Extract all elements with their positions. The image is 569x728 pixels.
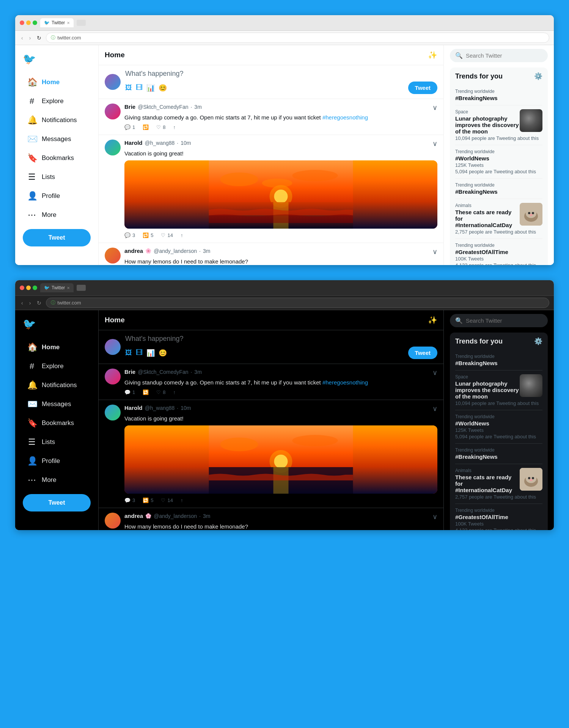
- tab-close-dark[interactable]: ✕: [67, 286, 70, 290]
- back-button-light[interactable]: ‹: [20, 34, 25, 42]
- sidebar-item-home-light[interactable]: 🏠 Home: [23, 74, 91, 91]
- tweet-menu-harold-light[interactable]: ∨: [432, 140, 437, 148]
- sparkle-icon-light[interactable]: ✨: [428, 50, 437, 60]
- compose-placeholder-light[interactable]: What's happening?: [125, 70, 437, 78]
- share-brie-dark[interactable]: ↑: [173, 389, 176, 395]
- sidebar-item-profile-dark[interactable]: 👤 Profile: [23, 452, 91, 470]
- sidebar-item-messages-dark[interactable]: ✉️ Messages: [23, 395, 91, 413]
- twitter-logo-dark[interactable]: 🐦: [23, 314, 91, 334]
- trend-breaking-2-dark[interactable]: Trending worldwide #BreakingNews: [455, 444, 542, 464]
- sidebar-item-lists-light[interactable]: ☰ Lists: [23, 168, 91, 186]
- like-brie-light[interactable]: ♡ 8: [156, 124, 165, 130]
- trend-goat-light[interactable]: Trending worldwide #GreatestOfAllTime 10…: [455, 239, 542, 265]
- tweet-button-light[interactable]: Tweet: [23, 229, 91, 246]
- search-input-light[interactable]: [466, 52, 542, 59]
- twitter-logo-light[interactable]: 🐦: [23, 49, 91, 69]
- refresh-button-light[interactable]: ↻: [35, 34, 43, 42]
- compose-placeholder-dark[interactable]: What's happening?: [125, 335, 437, 343]
- trend-world-news-light[interactable]: Trending worldwide #WorldNews 125K Tweet…: [455, 145, 542, 179]
- new-tab-dark[interactable]: [77, 285, 86, 291]
- back-button-dark[interactable]: ‹: [20, 299, 25, 307]
- like-harold-dark[interactable]: ♡ 14: [161, 497, 173, 503]
- retweet-brie-dark[interactable]: 🔁: [143, 389, 149, 395]
- trend-world-dark[interactable]: Trending worldwide #WorldNews 125K Tweet…: [455, 410, 542, 444]
- new-tab-light[interactable]: [77, 20, 86, 26]
- search-bar-dark[interactable]: 🔍: [450, 314, 548, 327]
- settings-icon-light[interactable]: ⚙️: [534, 72, 542, 80]
- poll-icon-dark[interactable]: 📊: [146, 349, 155, 357]
- tweet-menu-brie-light[interactable]: ∨: [432, 104, 437, 112]
- tweet-menu-andrea-light[interactable]: ∨: [432, 248, 437, 256]
- share-harold-dark[interactable]: ↑: [181, 497, 183, 503]
- tweet-text-andrea-dark: How many lemons do I need to make lemona…: [124, 522, 437, 530]
- reply-brie-light[interactable]: 💬 1: [124, 124, 135, 130]
- maximize-button-dark[interactable]: [33, 286, 37, 290]
- share-harold-light[interactable]: ↑: [181, 232, 183, 238]
- tweet-submit-button-dark[interactable]: Tweet: [408, 347, 437, 359]
- sidebar-item-more-dark[interactable]: ⋯ More: [23, 471, 91, 489]
- tweet-header-brie-light: Brie @Sktch_ComedyFan · 3m ∨: [124, 104, 437, 112]
- sidebar-item-more-light[interactable]: ⋯ More: [23, 206, 91, 224]
- retweet-brie-light[interactable]: 🔁: [143, 124, 149, 130]
- tweet-submit-button-light[interactable]: Tweet: [408, 82, 437, 94]
- trend-cats-dark[interactable]: Animals These cats are ready for #Intern…: [455, 464, 542, 504]
- reply-brie-dark[interactable]: 💬 1: [124, 389, 135, 395]
- browser-tab-dark[interactable]: 🐦 Twitter ✕: [40, 283, 74, 292]
- like-harold-light[interactable]: ♡ 14: [161, 232, 173, 238]
- sidebar-item-messages-light[interactable]: ✉️ Messages: [23, 130, 91, 148]
- trend-breaking-news-1-light[interactable]: Trending worldwide #BreakingNews: [455, 85, 542, 105]
- sidebar-item-notifications-light[interactable]: 🔔 Notifications: [23, 111, 91, 129]
- address-bar-light[interactable]: ⓘ twitter.com: [46, 33, 549, 43]
- trend-cats-light[interactable]: Animals These cats are ready for #Intern…: [455, 199, 542, 239]
- close-button-dark[interactable]: [20, 286, 24, 290]
- poll-icon-light[interactable]: 📊: [146, 84, 155, 92]
- tweet-menu-andrea-dark[interactable]: ∨: [432, 513, 437, 521]
- gif-icon-dark[interactable]: 🎞: [136, 349, 143, 357]
- refresh-button-dark[interactable]: ↻: [35, 299, 43, 307]
- trend-breaking-news-2-light[interactable]: Trending worldwide #BreakingNews: [455, 179, 542, 199]
- emoji-icon-light[interactable]: 😊: [159, 84, 167, 92]
- browser-tab-light[interactable]: 🐦 Twitter ✕: [40, 18, 74, 27]
- share-brie-light[interactable]: ↑: [173, 124, 176, 130]
- sidebar-item-notifications-dark[interactable]: 🔔 Notifications: [23, 377, 91, 394]
- tweet-menu-harold-dark[interactable]: ∨: [432, 405, 437, 413]
- trend-breaking-1-dark[interactable]: Trending worldwide #BreakingNews: [455, 350, 542, 370]
- sidebar-item-bookmarks-dark[interactable]: 🔖 Bookmarks: [23, 414, 91, 432]
- maximize-button-light[interactable]: [33, 20, 37, 25]
- minimize-button-dark[interactable]: [26, 286, 31, 290]
- close-button-light[interactable]: [20, 20, 24, 25]
- search-input-dark[interactable]: [466, 317, 542, 324]
- address-bar-dark[interactable]: ⓘ twitter.com: [46, 298, 549, 308]
- sidebar-item-profile-light[interactable]: 👤 Profile: [23, 187, 91, 205]
- tweet-link-brie-light[interactable]: #heregoesnothing: [322, 114, 368, 121]
- image-icon-dark[interactable]: 🖼: [125, 349, 132, 357]
- image-icon-light[interactable]: 🖼: [125, 84, 132, 92]
- tweet-button-dark[interactable]: Tweet: [23, 494, 91, 511]
- reply-harold-dark[interactable]: 💬 3: [124, 497, 135, 503]
- settings-icon-dark[interactable]: ⚙️: [534, 337, 542, 345]
- retweet-harold-dark[interactable]: 🔁 5: [143, 497, 153, 503]
- search-bar-light[interactable]: 🔍: [450, 49, 548, 62]
- emoji-icon-dark[interactable]: 😊: [159, 349, 167, 357]
- trend-goat-dark[interactable]: Trending worldwide #GreatestOfAllTime 10…: [455, 504, 542, 530]
- tweet-link-brie-dark[interactable]: #heregoesnothing: [322, 379, 368, 386]
- sidebar-item-explore-dark[interactable]: # Explore: [23, 358, 91, 375]
- gif-icon-light[interactable]: 🎞: [136, 84, 143, 92]
- retweet-harold-light[interactable]: 🔁 5: [143, 232, 153, 238]
- trend-img-lunar-light: [520, 109, 542, 132]
- tab-close-light[interactable]: ✕: [67, 21, 70, 25]
- tweet-menu-brie-dark[interactable]: ∨: [432, 369, 437, 377]
- forward-button-dark[interactable]: ›: [28, 299, 33, 307]
- trend-lunar-light[interactable]: Space Lunar photography improves the dis…: [455, 105, 542, 145]
- sidebar-item-bookmarks-light[interactable]: 🔖 Bookmarks: [23, 149, 91, 167]
- sparkle-icon-dark[interactable]: ✨: [428, 315, 437, 325]
- sidebar-item-explore-light[interactable]: # Explore: [23, 93, 91, 110]
- trend-lunar-dark[interactable]: Space Lunar photography improves the dis…: [455, 370, 542, 410]
- reply-harold-light[interactable]: 💬 3: [124, 232, 135, 238]
- sidebar-item-lists-dark[interactable]: ☰ Lists: [23, 433, 91, 451]
- sidebar-item-home-dark[interactable]: 🏠 Home: [23, 339, 91, 356]
- main-feed-dark: Home ✨ What's happening? 🖼 🎞 📊 😊: [99, 310, 444, 530]
- like-brie-dark[interactable]: ♡ 8: [156, 389, 165, 395]
- minimize-button-light[interactable]: [26, 20, 31, 25]
- forward-button-light[interactable]: ›: [28, 34, 33, 42]
